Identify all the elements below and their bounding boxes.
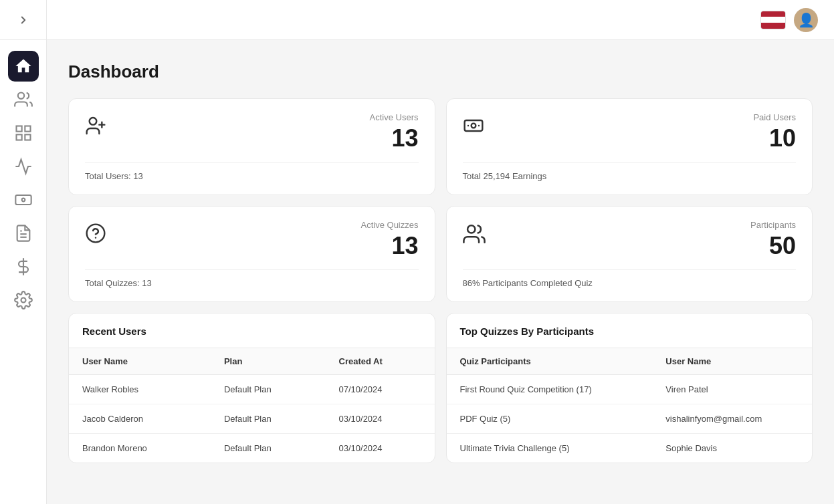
active-quizzes-label: Active Quizzes — [361, 220, 419, 230]
recent-users-table: User Name Plan Created At Walker Robles … — [69, 348, 435, 463]
table-row: Walker Robles Default Plan 07/10/2024 — [69, 375, 435, 404]
tables-grid: Recent Users User Name Plan Created At W… — [68, 313, 813, 463]
cell-quiz-participants: PDF Quiz (5) — [447, 404, 653, 434]
sidebar-nav — [0, 40, 46, 326]
stat-card-top: Active Quizzes 13 — [85, 220, 419, 259]
table-row: PDF Quiz (5) vishalinfyom@gmail.com — [447, 404, 813, 434]
stat-right: Paid Users 10 — [753, 112, 796, 152]
active-users-value: 13 — [370, 125, 419, 152]
participants-footer: 86% Participants Completed Quiz — [463, 269, 797, 288]
cell-quiz-username: Viren Patel — [652, 375, 812, 404]
sidebar-item-earnings[interactable] — [8, 184, 39, 215]
svg-rect-2 — [25, 126, 30, 132]
table-row: Ultimate Trivia Challenge (5) Sophie Dav… — [447, 434, 813, 463]
cell-username: Walker Robles — [69, 375, 211, 404]
paid-users-footer: Total 25,194 Earnings — [463, 162, 797, 181]
svg-point-10 — [21, 298, 25, 303]
cell-username: Brandon Moreno — [69, 434, 211, 463]
cell-quiz-username: vishalinfyom@gmail.com — [652, 404, 812, 434]
svg-rect-1 — [16, 126, 21, 132]
svg-rect-5 — [15, 195, 31, 205]
svg-point-15 — [471, 124, 476, 128]
stat-card-top: Participants 50 — [463, 220, 797, 259]
topbar: 👤 — [47, 0, 834, 40]
top-quizzes-table: Quiz Participants User Name First Round … — [447, 348, 813, 463]
stat-right: Active Quizzes 13 — [361, 220, 419, 259]
cash-icon — [463, 115, 484, 141]
svg-rect-3 — [16, 134, 21, 140]
table-row: Jacob Calderon Default Plan 03/10/2024 — [69, 404, 435, 434]
active-users-footer: Total Users: 13 — [85, 162, 419, 181]
paid-users-label: Paid Users — [753, 112, 796, 122]
recent-users-title: Recent Users — [69, 313, 435, 348]
stat-right: Active Users 13 — [370, 112, 419, 152]
cell-quiz-username: Sophie Davis — [652, 434, 812, 463]
cell-plan: Default Plan — [211, 375, 326, 404]
user-avatar[interactable]: 👤 — [794, 8, 818, 32]
flag-stripe-white — [761, 17, 785, 23]
recent-users-card: Recent Users User Name Plan Created At W… — [68, 313, 435, 463]
main-content: 👤 Dashboard Active Users 13 Total Users:… — [47, 0, 834, 504]
cell-username: Jacob Calderon — [69, 404, 211, 434]
participants-value: 50 — [750, 233, 796, 259]
active-users-label: Active Users — [370, 112, 419, 122]
cell-plan: Default Plan — [211, 404, 326, 434]
table-row: First Round Quiz Competition (17) Viren … — [447, 375, 813, 404]
cell-created: 03/10/2024 — [326, 434, 435, 463]
sidebar-item-users[interactable] — [8, 84, 39, 115]
sidebar-item-billing[interactable] — [8, 251, 39, 282]
question-icon — [85, 223, 106, 249]
sidebar-item-grid[interactable] — [8, 118, 39, 148]
top-quizzes-title: Top Quizzes By Participants — [447, 313, 813, 348]
flag-stripe-red — [761, 11, 785, 17]
svg-point-11 — [90, 118, 97, 125]
stat-card-top: Active Users 13 — [85, 112, 419, 152]
svg-point-0 — [17, 93, 23, 99]
cell-plan: Default Plan — [211, 434, 326, 463]
col-username: User Name — [69, 348, 211, 375]
user-plus-icon — [85, 115, 106, 141]
stat-card-participants: Participants 50 86% Participants Complet… — [446, 206, 813, 303]
active-quizzes-value: 13 — [361, 233, 419, 259]
sidebar-item-home[interactable] — [8, 51, 39, 82]
col-created: Created At — [326, 348, 435, 375]
svg-point-18 — [467, 225, 475, 233]
cell-quiz-participants: Ultimate Trivia Challenge (5) — [447, 434, 653, 463]
stat-card-active-quizzes: Active Quizzes 13 Total Quizzes: 13 — [68, 206, 435, 303]
sidebar — [0, 0, 47, 504]
cell-quiz-participants: First Round Quiz Competition (17) — [447, 375, 653, 404]
table-row: Brandon Moreno Default Plan 03/10/2024 — [69, 434, 435, 463]
cell-created: 07/10/2024 — [326, 375, 435, 404]
svg-rect-4 — [25, 134, 30, 140]
stat-card-paid-users: Paid Users 10 Total 25,194 Earnings — [446, 98, 813, 195]
language-selector[interactable] — [760, 11, 786, 29]
stat-card-active-users: Active Users 13 Total Users: 13 — [68, 98, 435, 195]
paid-users-value: 10 — [753, 125, 796, 152]
stats-grid: Active Users 13 Total Users: 13 Paid Use… — [68, 98, 813, 302]
sidebar-item-reports[interactable] — [8, 151, 39, 182]
active-quizzes-footer: Total Quizzes: 13 — [85, 269, 419, 288]
flag-stripe-red2 — [761, 23, 785, 29]
top-quizzes-card: Top Quizzes By Participants Quiz Partici… — [446, 313, 813, 463]
svg-point-16 — [87, 224, 105, 242]
col-plan: Plan — [211, 348, 326, 375]
cell-created: 03/10/2024 — [326, 404, 435, 434]
svg-rect-14 — [464, 120, 482, 131]
sidebar-item-settings[interactable] — [8, 285, 39, 316]
page-title: Dashboard — [68, 61, 813, 82]
stat-card-top: Paid Users 10 — [463, 112, 797, 152]
content-area: Dashboard Active Users 13 Total Users: 1… — [47, 40, 834, 504]
col-quiz-username: User Name — [652, 348, 812, 375]
participants-label: Participants — [750, 220, 796, 230]
sidebar-collapse-button[interactable] — [0, 0, 46, 40]
group-icon — [463, 223, 486, 250]
sidebar-item-quizzes[interactable] — [8, 218, 39, 249]
svg-point-6 — [21, 199, 25, 202]
stat-right: Participants 50 — [750, 220, 796, 259]
col-quiz-participants: Quiz Participants — [447, 348, 653, 375]
